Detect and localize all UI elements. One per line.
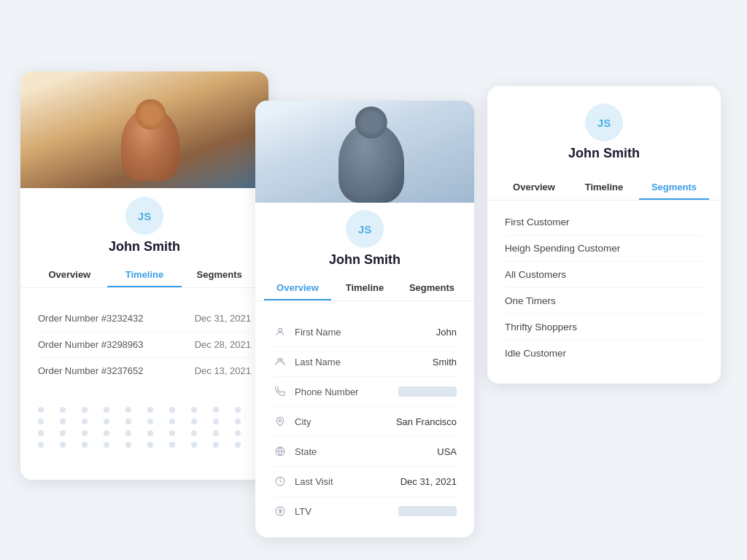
svg-point-2 — [280, 359, 283, 362]
group-icon — [273, 354, 287, 369]
label-ltv: LTV — [295, 506, 398, 517]
tab1-segments[interactable]: Segments — [182, 263, 257, 287]
card1-customer-name: John Smith — [109, 239, 180, 254]
segment-item-6[interactable]: Idle Customer — [505, 341, 703, 366]
dot — [104, 442, 109, 448]
card2-customer-name: John Smith — [329, 252, 400, 268]
card1-photo-bg — [20, 71, 268, 188]
avatar-initials-2: JS — [346, 210, 384, 248]
card2-avatar-section: JS John Smith Overview Timeline Segments — [255, 203, 474, 306]
dot — [169, 430, 175, 436]
card1-avatar-section: JS John Smith Overview Timeline Segments — [20, 188, 268, 294]
dot — [125, 419, 131, 424]
tab3-overview[interactable]: Overview — [499, 176, 569, 200]
label-firstname: First Name — [295, 327, 436, 338]
order-number-2: Order Number #3298963 — [38, 339, 144, 350]
value-state: USA — [437, 446, 457, 457]
dot — [213, 407, 219, 413]
avatar-initials-1: JS — [125, 197, 163, 235]
dot — [169, 419, 175, 424]
dot — [147, 407, 153, 413]
location-icon — [273, 414, 287, 429]
order-row-2: Order Number #3298963 Dec 28, 2021 — [38, 332, 251, 358]
dot — [60, 407, 66, 413]
dot — [213, 419, 219, 424]
tab2-timeline[interactable]: Timeline — [331, 276, 398, 300]
dot — [60, 419, 66, 424]
field-phone: Phone Number — [273, 377, 457, 407]
dot — [125, 407, 131, 413]
card3-tabs: Overview Timeline Segments — [487, 176, 721, 201]
dot — [169, 407, 175, 413]
dot — [147, 419, 153, 424]
dot — [60, 430, 66, 436]
field-lastname: Last Name Smith — [273, 347, 457, 377]
card2-tabs: Overview Timeline Segments — [255, 276, 474, 301]
card3-customer-name: John Smith — [568, 146, 640, 161]
field-state: State USA — [273, 437, 457, 467]
dot — [82, 419, 88, 424]
segment-item-5[interactable]: Thrifty Shoppers — [505, 314, 703, 341]
tab1-timeline[interactable]: Timeline — [107, 263, 182, 287]
card1-photo — [20, 71, 268, 188]
dot — [125, 442, 131, 448]
order-date-2: Dec 28, 2021 — [195, 339, 251, 350]
label-lastvisit: Last Visit — [295, 476, 400, 487]
segment-list: First Customer Heigh Spending Customer A… — [487, 201, 721, 384]
dot — [38, 419, 44, 424]
tab2-overview[interactable]: Overview — [264, 276, 331, 300]
value-phone — [398, 386, 457, 397]
value-ltv — [398, 506, 457, 516]
field-ltv: LTV — [273, 497, 457, 526]
svg-point-3 — [279, 419, 282, 422]
field-lastvisit: Last Visit Dec 31, 2021 — [273, 467, 457, 497]
card-overview: JS John Smith Overview Timeline Segments… — [255, 101, 474, 537]
label-phone: Phone Number — [295, 386, 398, 397]
dot — [191, 407, 197, 413]
label-lastname: Last Name — [295, 357, 433, 368]
order-row-3: Order Number #3237652 Dec 13, 2021 — [38, 358, 251, 384]
segment-item-1[interactable]: First Customer — [505, 209, 703, 236]
dot — [38, 407, 44, 413]
segment-item-4[interactable]: One Timers — [505, 288, 703, 314]
tab2-segments[interactable]: Segments — [398, 276, 465, 300]
dot — [104, 430, 109, 436]
avatar-initials-3: JS — [585, 104, 623, 141]
dot — [213, 430, 219, 436]
value-lastname: Smith — [433, 357, 457, 368]
dot — [169, 442, 175, 448]
dot — [147, 430, 153, 436]
tab3-timeline[interactable]: Timeline — [569, 176, 639, 200]
dot — [38, 430, 44, 436]
canvas: JS John Smith Overview Timeline Segments… — [0, 0, 747, 560]
segment-item-2[interactable]: Heigh Spending Customer — [505, 236, 703, 262]
dot — [82, 430, 88, 436]
field-city: City San Francisco — [273, 407, 457, 437]
tab3-segments[interactable]: Segments — [639, 176, 709, 200]
dot — [82, 442, 88, 448]
card1-orders: Order Number #3232432 Dec 31, 2021 Order… — [20, 294, 268, 395]
card-segments: JS John Smith Overview Timeline Segments… — [487, 86, 721, 384]
dot — [235, 419, 241, 424]
card2-fields: First Name John Last Name Smith Phone Nu… — [255, 306, 474, 537]
order-date-3: Dec 13, 2021 — [195, 365, 251, 376]
dot — [125, 430, 131, 436]
order-number-1: Order Number #3232432 — [38, 313, 144, 324]
tab1-overview[interactable]: Overview — [32, 263, 107, 287]
card-timeline: JS John Smith Overview Timeline Segments… — [20, 71, 268, 480]
svg-point-0 — [279, 328, 282, 332]
dot — [147, 442, 153, 448]
label-city: City — [295, 416, 396, 427]
dot — [191, 442, 197, 448]
order-row-1: Order Number #3232432 Dec 31, 2021 — [38, 306, 251, 332]
segment-item-3[interactable]: All Customers — [505, 262, 703, 288]
dot — [104, 419, 109, 424]
dot — [235, 407, 241, 413]
dot — [82, 407, 88, 413]
dots-grid — [20, 395, 268, 465]
card1-tabs: Overview Timeline Segments — [20, 263, 268, 288]
card3-avatar-section: JS John Smith — [487, 86, 721, 176]
dot — [235, 442, 241, 448]
field-firstname: First Name John — [273, 317, 457, 347]
label-state: State — [295, 446, 437, 457]
